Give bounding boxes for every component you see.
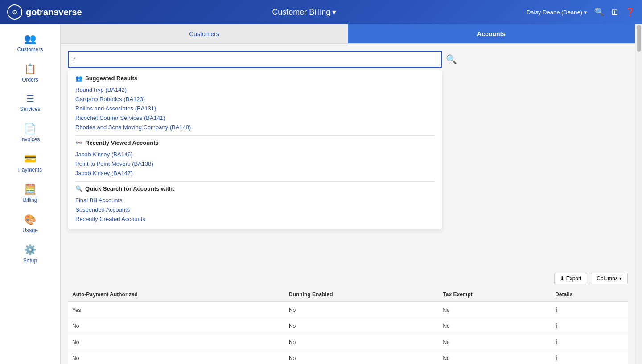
sidebar-item-customers[interactable]: 👥 Customers (0, 29, 60, 57)
table-header-row: Auto-Payment Authorized Dunning Enabled … (68, 288, 628, 302)
logo-icon: ⊙ (7, 4, 22, 20)
tab-accounts[interactable]: Accounts (348, 24, 635, 43)
main-content: Customers Accounts 🔍 👥 Suggested Resu (61, 24, 635, 364)
sidebar-item-setup-label: Setup (23, 258, 37, 264)
invoices-icon: 📄 (24, 123, 36, 135)
divider-2 (75, 181, 435, 182)
sidebar-item-services-label: Services (20, 106, 40, 112)
orders-icon: 📋 (24, 63, 36, 75)
table-toolbar: ⬇ Export Columns ▾ (68, 273, 628, 284)
table-row: No No No ℹ (68, 318, 628, 334)
details-button-2[interactable]: ℹ (555, 338, 558, 346)
grid-icon[interactable]: ⊞ (611, 7, 618, 17)
sidebar-item-services[interactable]: ☰ Services (0, 89, 60, 117)
recent-icon: 👓 (75, 139, 82, 146)
sidebar-item-setup[interactable]: ⚙️ Setup (0, 240, 60, 268)
details-button-3[interactable]: ℹ (555, 354, 558, 362)
cell-details-3: ℹ (551, 350, 628, 364)
quick-item-1[interactable]: Suspended Accounts (75, 205, 435, 214)
sidebar-item-usage[interactable]: 🎨 Usage (0, 209, 60, 238)
suggested-item-4[interactable]: Rhodes and Sons Moving Company (BA140) (75, 123, 435, 132)
col-details: Details (551, 288, 628, 302)
quick-item-2[interactable]: Recently Created Accounts (75, 214, 435, 224)
cell-details-0: ℹ (551, 302, 628, 318)
sidebar-item-payments[interactable]: 💳 Payments (0, 149, 60, 177)
logo[interactable]: ⊙ gotransverse (7, 4, 82, 20)
cell-tax-exempt-3: No (438, 350, 551, 364)
sidebar: 👥 Customers 📋 Orders ☰ Services 📄 Invoic… (0, 24, 61, 364)
sidebar-item-billing-label: Billing (23, 197, 37, 203)
setup-icon: ⚙️ (24, 244, 36, 256)
cell-dunning-3: No (284, 350, 439, 364)
search-submit-icon: 🔍 (446, 54, 457, 64)
export-icon: ⬇ (560, 275, 564, 282)
details-button-1[interactable]: ℹ (555, 322, 558, 330)
col-tax-exempt: Tax Exempt (438, 288, 551, 302)
cell-auto-payment-0: Yes (68, 302, 284, 318)
quick-item-0[interactable]: Final Bill Accounts (75, 196, 435, 205)
recent-item-1[interactable]: Point to Point Movers (BA138) (75, 159, 435, 168)
suggested-item-3[interactable]: Ricochet Courier Services (BA141) (75, 113, 435, 123)
divider-1 (75, 135, 435, 136)
sidebar-item-orders-label: Orders (22, 77, 38, 83)
cell-tax-exempt-2: No (438, 334, 551, 350)
search-button[interactable]: 🔍 (446, 54, 457, 65)
customers-icon: 👥 (24, 33, 36, 45)
main-layout: 👥 Customers 📋 Orders ☰ Services 📄 Invoic… (0, 24, 642, 364)
user-menu[interactable]: Daisy Deane (Deane) ▾ (527, 9, 587, 16)
services-icon: ☰ (26, 94, 34, 104)
header-right: Daisy Deane (Deane) ▾ 🔍 ⊞ ❓ (527, 7, 635, 17)
scrollbar-thumb[interactable] (637, 25, 641, 52)
sidebar-item-invoices[interactable]: 📄 Invoices (0, 119, 60, 147)
sidebar-item-billing[interactable]: 🧮 Billing (0, 179, 60, 208)
help-icon[interactable]: ❓ (625, 7, 635, 17)
user-caret: ▾ (584, 9, 587, 16)
suggested-icon: 👥 (75, 75, 82, 82)
cell-auto-payment-2: No (68, 334, 284, 350)
user-name: Daisy Deane (Deane) (527, 9, 582, 16)
cell-dunning-0: No (284, 302, 439, 318)
tab-bar: Customers Accounts (61, 24, 635, 44)
accounts-table: Auto-Payment Authorized Dunning Enabled … (68, 288, 628, 364)
cell-tax-exempt-1: No (438, 318, 551, 334)
search-dropdown: 👥 Suggested Results RoundTryp (BA142) Ga… (68, 70, 442, 229)
suggested-item-2[interactable]: Rollins and Associates (BA131) (75, 104, 435, 113)
sidebar-item-invoices-label: Invoices (20, 136, 40, 143)
suggested-item-0[interactable]: RoundTryp (BA142) (75, 85, 435, 94)
col-dunning: Dunning Enabled (284, 288, 439, 302)
app-header: ⊙ gotransverse Customer Billing ▾ Daisy … (0, 0, 642, 24)
payments-icon: 💳 (24, 153, 36, 165)
sidebar-item-customers-label: Customers (17, 46, 43, 53)
app-title: Customer Billing ▾ (82, 7, 527, 17)
search-icon[interactable]: 🔍 (594, 7, 604, 17)
export-button[interactable]: ⬇ Export (554, 273, 588, 284)
quick-title: 🔍 Quick Search for Accounts with: (75, 185, 435, 192)
cell-details-1: ℹ (551, 318, 628, 334)
recent-title: 👓 Recently Viewed Accounts (75, 139, 435, 146)
logo-text: gotransverse (26, 7, 82, 17)
billing-icon: 🧮 (24, 184, 36, 195)
sidebar-item-usage-label: Usage (22, 227, 38, 233)
content-area: 🔍 👥 Suggested Results RoundTryp (BA142) … (61, 44, 635, 364)
cell-tax-exempt-0: No (438, 302, 551, 318)
columns-button[interactable]: Columns ▾ (591, 273, 628, 284)
recent-item-2[interactable]: Jacob Kinsey (BA147) (75, 168, 435, 178)
col-auto-payment: Auto-Payment Authorized (68, 288, 284, 302)
tab-customers[interactable]: Customers (61, 24, 348, 43)
table-row: No No No ℹ (68, 334, 628, 350)
title-caret: ▾ (332, 7, 336, 17)
search-area: 🔍 👥 Suggested Results RoundTryp (BA142) … (68, 51, 628, 68)
scrollbar[interactable] (635, 24, 642, 364)
table-row: Yes No No ℹ (68, 302, 628, 318)
details-button-0[interactable]: ℹ (555, 306, 558, 314)
search-input[interactable] (68, 51, 442, 68)
quick-search-icon: 🔍 (75, 185, 82, 192)
sidebar-item-orders[interactable]: 📋 Orders (0, 59, 60, 87)
cell-dunning-2: No (284, 334, 439, 350)
suggested-title: 👥 Suggested Results (75, 75, 435, 82)
table-row: No No No ℹ (68, 350, 628, 364)
title-text: Customer Billing (272, 8, 330, 17)
usage-icon: 🎨 (24, 214, 36, 225)
suggested-item-1[interactable]: Gargano Robotics (BA123) (75, 94, 435, 104)
recent-item-0[interactable]: Jacob Kinsey (BA146) (75, 150, 435, 159)
